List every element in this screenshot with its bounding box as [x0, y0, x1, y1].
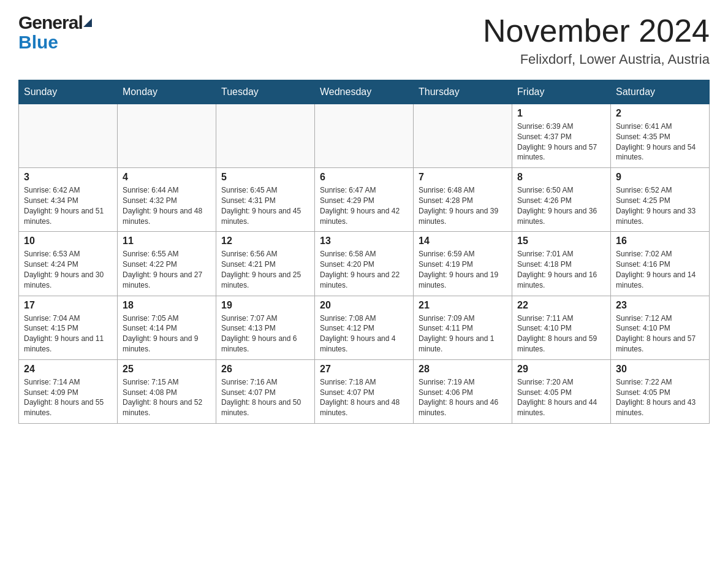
calendar-cell: 30Sunrise: 7:22 AMSunset: 4:05 PMDayligh… — [611, 359, 710, 423]
calendar-header-sunday: Sunday — [19, 80, 118, 104]
day-info: Sunrise: 6:47 AMSunset: 4:29 PMDaylight:… — [320, 185, 408, 226]
day-info: Sunrise: 6:42 AMSunset: 4:34 PMDaylight:… — [24, 185, 112, 226]
day-info: Sunrise: 6:39 AMSunset: 4:37 PMDaylight:… — [517, 121, 605, 163]
calendar-header-wednesday: Wednesday — [315, 80, 414, 104]
calendar-header-tuesday: Tuesday — [216, 80, 315, 104]
calendar-cell — [216, 104, 315, 168]
calendar-week-row: 3Sunrise: 6:42 AMSunset: 4:34 PMDaylight… — [19, 168, 710, 232]
day-number: 13 — [320, 236, 408, 247]
day-info: Sunrise: 7:12 AMSunset: 4:10 PMDaylight:… — [616, 313, 704, 354]
calendar-cell: 3Sunrise: 6:42 AMSunset: 4:34 PMDaylight… — [19, 168, 118, 232]
calendar-week-row: 10Sunrise: 6:53 AMSunset: 4:24 PMDayligh… — [19, 232, 710, 296]
day-info: Sunrise: 7:16 AMSunset: 4:07 PMDaylight:… — [221, 377, 309, 418]
day-number: 15 — [517, 236, 605, 247]
calendar-cell — [19, 104, 118, 168]
day-info: Sunrise: 7:18 AMSunset: 4:07 PMDaylight:… — [320, 377, 408, 418]
day-number: 5 — [221, 172, 309, 183]
day-info: Sunrise: 7:01 AMSunset: 4:18 PMDaylight:… — [517, 249, 605, 290]
day-number: 7 — [419, 172, 507, 183]
day-number: 6 — [320, 172, 408, 183]
logo-blue-text: Blue — [18, 32, 58, 53]
day-info: Sunrise: 7:20 AMSunset: 4:05 PMDaylight:… — [517, 377, 605, 418]
day-number: 4 — [123, 172, 211, 183]
calendar-header-saturday: Saturday — [611, 80, 710, 104]
calendar-week-row: 17Sunrise: 7:04 AMSunset: 4:15 PMDayligh… — [19, 296, 710, 359]
day-number: 22 — [517, 300, 605, 311]
day-number: 23 — [616, 300, 704, 311]
calendar-header-monday: Monday — [118, 80, 216, 104]
day-info: Sunrise: 6:41 AMSunset: 4:35 PMDaylight:… — [616, 121, 704, 163]
calendar-cell: 20Sunrise: 7:08 AMSunset: 4:12 PMDayligh… — [315, 296, 414, 359]
day-info: Sunrise: 7:09 AMSunset: 4:11 PMDaylight:… — [419, 313, 507, 354]
calendar-cell: 16Sunrise: 7:02 AMSunset: 4:16 PMDayligh… — [611, 232, 710, 296]
day-number: 19 — [221, 300, 309, 311]
day-number: 26 — [221, 364, 309, 375]
day-number: 21 — [419, 300, 507, 311]
day-info: Sunrise: 7:15 AMSunset: 4:08 PMDaylight:… — [123, 377, 211, 418]
calendar-header-thursday: Thursday — [414, 80, 512, 104]
calendar-cell: 9Sunrise: 6:52 AMSunset: 4:25 PMDaylight… — [611, 168, 710, 232]
header: General Blue November 2024 Felixdorf, Lo… — [18, 12, 710, 67]
day-number: 12 — [221, 236, 309, 247]
calendar-cell: 2Sunrise: 6:41 AMSunset: 4:35 PMDaylight… — [611, 104, 710, 168]
day-number: 30 — [616, 364, 704, 375]
calendar-cell: 25Sunrise: 7:15 AMSunset: 4:08 PMDayligh… — [118, 359, 216, 423]
day-number: 11 — [123, 236, 211, 247]
calendar-cell: 12Sunrise: 6:56 AMSunset: 4:21 PMDayligh… — [216, 232, 315, 296]
calendar-header-row: SundayMondayTuesdayWednesdayThursdayFrid… — [19, 80, 710, 104]
calendar-cell: 28Sunrise: 7:19 AMSunset: 4:06 PMDayligh… — [414, 359, 512, 423]
logo-arrow-icon — [83, 18, 92, 27]
day-info: Sunrise: 7:11 AMSunset: 4:10 PMDaylight:… — [517, 313, 605, 354]
calendar-cell: 4Sunrise: 6:44 AMSunset: 4:32 PMDaylight… — [118, 168, 216, 232]
day-info: Sunrise: 6:55 AMSunset: 4:22 PMDaylight:… — [123, 249, 211, 290]
calendar-cell: 17Sunrise: 7:04 AMSunset: 4:15 PMDayligh… — [19, 296, 118, 359]
calendar-cell: 21Sunrise: 7:09 AMSunset: 4:11 PMDayligh… — [414, 296, 512, 359]
month-title: November 2024 — [483, 12, 710, 49]
calendar-cell: 10Sunrise: 6:53 AMSunset: 4:24 PMDayligh… — [19, 232, 118, 296]
day-info: Sunrise: 7:08 AMSunset: 4:12 PMDaylight:… — [320, 313, 408, 354]
logo-general-text: General — [18, 12, 83, 33]
day-info: Sunrise: 7:22 AMSunset: 4:05 PMDaylight:… — [616, 377, 704, 418]
day-number: 2 — [616, 108, 704, 119]
title-area: November 2024 Felixdorf, Lower Austria, … — [483, 12, 710, 67]
calendar-cell: 29Sunrise: 7:20 AMSunset: 4:05 PMDayligh… — [512, 359, 611, 423]
calendar-cell: 23Sunrise: 7:12 AMSunset: 4:10 PMDayligh… — [611, 296, 710, 359]
calendar-cell: 5Sunrise: 6:45 AMSunset: 4:31 PMDaylight… — [216, 168, 315, 232]
calendar-cell: 8Sunrise: 6:50 AMSunset: 4:26 PMDaylight… — [512, 168, 611, 232]
calendar-table: SundayMondayTuesdayWednesdayThursdayFrid… — [18, 80, 710, 424]
calendar-cell: 22Sunrise: 7:11 AMSunset: 4:10 PMDayligh… — [512, 296, 611, 359]
calendar-header-friday: Friday — [512, 80, 611, 104]
day-number: 18 — [123, 300, 211, 311]
day-info: Sunrise: 6:59 AMSunset: 4:19 PMDaylight:… — [419, 249, 507, 290]
day-number: 20 — [320, 300, 408, 311]
calendar-cell: 26Sunrise: 7:16 AMSunset: 4:07 PMDayligh… — [216, 359, 315, 423]
location-title: Felixdorf, Lower Austria, Austria — [483, 52, 710, 67]
day-info: Sunrise: 6:44 AMSunset: 4:32 PMDaylight:… — [123, 185, 211, 226]
calendar-cell — [414, 104, 512, 168]
calendar-cell — [118, 104, 216, 168]
calendar-cell: 14Sunrise: 6:59 AMSunset: 4:19 PMDayligh… — [414, 232, 512, 296]
calendar-cell: 1Sunrise: 6:39 AMSunset: 4:37 PMDaylight… — [512, 104, 611, 168]
day-info: Sunrise: 6:52 AMSunset: 4:25 PMDaylight:… — [616, 185, 704, 226]
day-number: 8 — [517, 172, 605, 183]
calendar-week-row: 1Sunrise: 6:39 AMSunset: 4:37 PMDaylight… — [19, 104, 710, 168]
day-number: 3 — [24, 172, 112, 183]
day-number: 25 — [123, 364, 211, 375]
calendar-cell: 15Sunrise: 7:01 AMSunset: 4:18 PMDayligh… — [512, 232, 611, 296]
day-number: 1 — [517, 108, 605, 119]
day-info: Sunrise: 6:50 AMSunset: 4:26 PMDaylight:… — [517, 185, 605, 226]
day-info: Sunrise: 6:48 AMSunset: 4:28 PMDaylight:… — [419, 185, 507, 226]
calendar-cell: 11Sunrise: 6:55 AMSunset: 4:22 PMDayligh… — [118, 232, 216, 296]
calendar-cell: 18Sunrise: 7:05 AMSunset: 4:14 PMDayligh… — [118, 296, 216, 359]
calendar-cell — [315, 104, 414, 168]
day-number: 29 — [517, 364, 605, 375]
day-number: 24 — [24, 364, 112, 375]
calendar-cell: 7Sunrise: 6:48 AMSunset: 4:28 PMDaylight… — [414, 168, 512, 232]
day-info: Sunrise: 7:02 AMSunset: 4:16 PMDaylight:… — [616, 249, 704, 290]
day-number: 27 — [320, 364, 408, 375]
day-info: Sunrise: 7:19 AMSunset: 4:06 PMDaylight:… — [419, 377, 507, 418]
calendar-cell: 6Sunrise: 6:47 AMSunset: 4:29 PMDaylight… — [315, 168, 414, 232]
calendar-cell: 13Sunrise: 6:58 AMSunset: 4:20 PMDayligh… — [315, 232, 414, 296]
calendar-cell: 19Sunrise: 7:07 AMSunset: 4:13 PMDayligh… — [216, 296, 315, 359]
day-number: 10 — [24, 236, 112, 247]
